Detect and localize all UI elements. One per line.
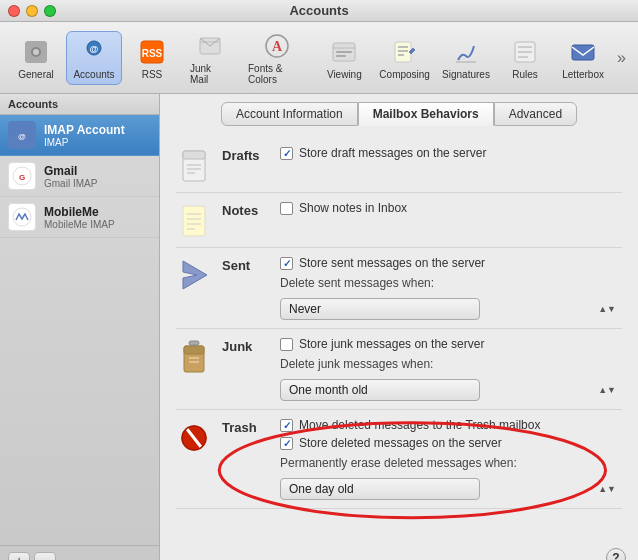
svg-rect-15	[395, 42, 411, 62]
sent-delete-select-wrapper: Never One day old One week old One month…	[280, 298, 622, 320]
toolbar-item-general[interactable]: General	[8, 32, 64, 84]
imap-account-type: IMAP	[44, 137, 125, 148]
junk-delete-select[interactable]: Never One day old One week old One month…	[280, 379, 480, 401]
window-controls	[8, 5, 56, 17]
tab-account-information[interactable]: Account Information	[221, 102, 358, 126]
trash-options: Move deleted messages to the Trash mailb…	[280, 418, 622, 500]
svg-text:@: @	[18, 132, 26, 141]
sent-icon	[176, 258, 212, 294]
sent-delete-select[interactable]: Never One day old One week old One month…	[280, 298, 480, 320]
maximize-button[interactable]	[44, 5, 56, 17]
drafts-icon	[176, 148, 212, 184]
drafts-options: Store draft messages on the server	[280, 146, 622, 160]
mobileme-account-name: MobileMe	[44, 205, 115, 219]
notes-show-checkbox[interactable]	[280, 202, 293, 215]
toolbar-item-viewing[interactable]: Viewing	[316, 32, 372, 84]
trash-move-option: Move deleted messages to the Trash mailb…	[280, 418, 622, 432]
sent-section: Sent Store sent messages on the server D…	[176, 248, 622, 329]
svg-rect-24	[572, 45, 594, 60]
titlebar: Accounts	[0, 0, 638, 22]
drafts-label: Drafts	[222, 146, 272, 163]
toolbar-item-composing[interactable]: Composing	[374, 32, 435, 84]
sidebar: Accounts @ IMAP Account IMAP G G	[0, 94, 160, 560]
mobileme-account-type: MobileMe IMAP	[44, 219, 115, 230]
tab-advanced[interactable]: Advanced	[494, 102, 577, 126]
toolbar-item-rss[interactable]: RSS RSS	[124, 32, 180, 84]
sent-delete-label: Delete sent messages when:	[280, 276, 622, 290]
letterbox-label: Letterbox	[562, 69, 604, 80]
imap-account-name: IMAP Account	[44, 123, 125, 137]
general-label: General	[18, 69, 54, 80]
svg-text:@: @	[90, 44, 99, 54]
window-title: Accounts	[289, 3, 348, 18]
tab-bar: Account Information Mailbox Behaviors Ad…	[160, 94, 638, 126]
toolbar-more-button[interactable]: »	[613, 45, 630, 71]
svg-text:A: A	[272, 39, 283, 54]
content-wrapper: Drafts Store draft messages on the serve…	[160, 126, 638, 560]
junk-select-arrow-icon: ▲▼	[598, 385, 616, 395]
svg-rect-35	[183, 206, 205, 236]
toolbar-item-letterbox[interactable]: Letterbox	[555, 32, 611, 84]
settings-content: Drafts Store draft messages on the serve…	[160, 126, 638, 560]
sent-store-checkbox[interactable]	[280, 257, 293, 270]
trash-move-checkbox[interactable]	[280, 419, 293, 432]
content-panel: Account Information Mailbox Behaviors Ad…	[160, 94, 638, 560]
svg-marker-40	[183, 261, 207, 289]
mobileme-account-info: MobileMe MobileMe IMAP	[44, 205, 115, 230]
close-button[interactable]	[8, 5, 20, 17]
minimize-button[interactable]	[26, 5, 38, 17]
svg-text:G: G	[19, 173, 25, 182]
sidebar-footer: + −	[0, 545, 159, 560]
svg-rect-13	[336, 51, 352, 53]
fonts-label: Fonts & Colors	[248, 63, 306, 85]
viewing-label: Viewing	[327, 69, 362, 80]
toolbar-item-junk[interactable]: Junk Mail	[182, 26, 238, 89]
toolbar-item-accounts[interactable]: @ Accounts	[66, 31, 122, 85]
notes-show-option: Show notes in Inbox	[280, 201, 622, 215]
remove-account-button[interactable]: −	[34, 552, 56, 560]
drafts-store-checkbox[interactable]	[280, 147, 293, 160]
sidebar-item-imap[interactable]: @ IMAP Account IMAP	[0, 115, 159, 156]
signatures-label: Signatures	[442, 69, 490, 80]
sidebar-header: Accounts	[0, 94, 159, 115]
fonts-icon: A	[261, 30, 293, 62]
junk-options: Store junk messages on the server Delete…	[280, 337, 622, 401]
junk-delete-select-wrapper: Never One day old One week old One month…	[280, 379, 622, 401]
trash-store-checkbox[interactable]	[280, 437, 293, 450]
svg-rect-44	[189, 341, 199, 345]
drafts-section: Drafts Store draft messages on the serve…	[176, 138, 622, 193]
toolbar-item-rules[interactable]: Rules	[497, 32, 553, 84]
junk-store-checkbox[interactable]	[280, 338, 293, 351]
trash-store-label: Store deleted messages on the server	[299, 436, 502, 450]
toolbar-item-signatures[interactable]: Signatures	[437, 32, 495, 84]
toolbar-item-fonts[interactable]: A Fonts & Colors	[240, 26, 314, 89]
trash-delete-select[interactable]: Never One day old One week old One month…	[280, 478, 480, 500]
svg-text:RSS: RSS	[142, 48, 163, 59]
junkmail-label: Junk Mail	[190, 63, 230, 85]
sidebar-item-mobileme[interactable]: MobileMe MobileMe IMAP	[0, 197, 159, 238]
add-account-button[interactable]: +	[8, 552, 30, 560]
rss-label: RSS	[142, 69, 163, 80]
imap-account-icon: @	[8, 121, 36, 149]
junk-label: Junk	[222, 337, 272, 354]
junk-store-option: Store junk messages on the server	[280, 337, 622, 351]
svg-rect-14	[336, 55, 346, 57]
accounts-label: Accounts	[73, 69, 114, 80]
general-icon	[20, 36, 52, 68]
sent-store-label: Store sent messages on the server	[299, 256, 485, 270]
svg-rect-42	[184, 346, 204, 354]
sent-label: Sent	[222, 256, 272, 273]
trash-erase-label: Permanently erase deleted messages when:	[280, 456, 622, 470]
sent-options: Store sent messages on the server Delete…	[280, 256, 622, 320]
junkmail-icon	[194, 30, 226, 62]
notes-section: Notes Show notes in Inbox	[176, 193, 622, 248]
trash-icon	[176, 420, 212, 456]
tab-mailbox-behaviors[interactable]: Mailbox Behaviors	[358, 102, 494, 126]
drafts-store-label: Store draft messages on the server	[299, 146, 486, 160]
rules-icon	[509, 36, 541, 68]
sidebar-item-gmail[interactable]: G Gmail Gmail IMAP	[0, 156, 159, 197]
svg-rect-31	[183, 151, 205, 159]
composing-icon	[389, 36, 421, 68]
notes-icon	[176, 203, 212, 239]
gmail-account-info: Gmail Gmail IMAP	[44, 164, 97, 189]
